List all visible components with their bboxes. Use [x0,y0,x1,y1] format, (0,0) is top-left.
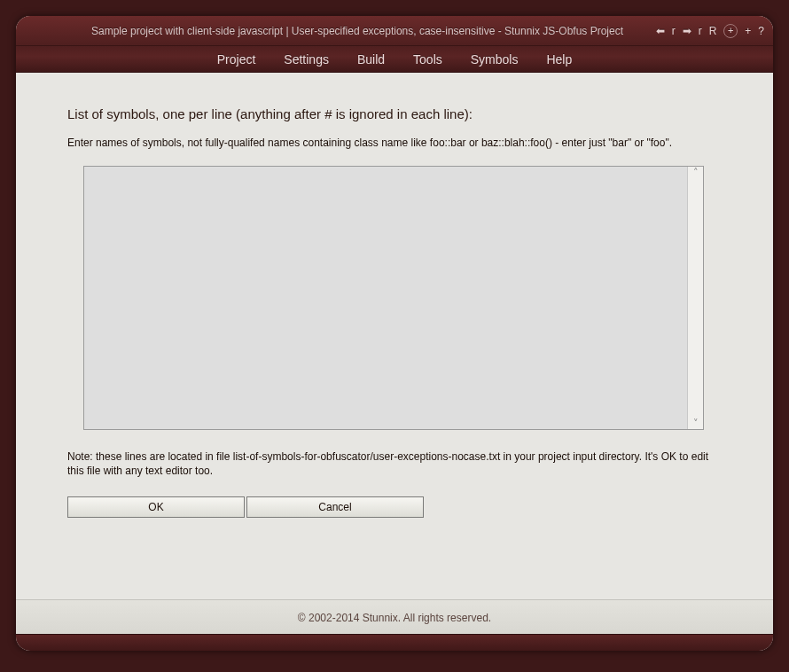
cancel-button[interactable]: Cancel [246,496,424,518]
add-icon[interactable]: + [745,25,751,37]
window-title: Sample project with client-side javascri… [91,25,623,37]
button-row: OK Cancel [67,496,722,518]
menu-project[interactable]: Project [203,47,270,72]
nav-forward-icon[interactable]: ➡ [683,25,691,37]
menu-help[interactable]: Help [532,47,586,72]
footer-text: © 2002-2014 Stunnix. All rights reserved… [298,612,491,624]
content-area: List of symbols, one per line (anything … [16,73,773,599]
help-icon[interactable]: ? [758,25,764,37]
symbols-textarea-wrap: ˄ ˅ [83,166,704,430]
footer: © 2002-2014 Stunnix. All rights reserved… [16,599,773,635]
menu-tools[interactable]: Tools [399,47,457,72]
ok-button[interactable]: OK [67,496,245,518]
note-text: Note: these lines are located in file li… [67,449,722,478]
menu-symbols[interactable]: Symbols [457,47,533,72]
menu-build[interactable]: Build [343,47,399,72]
scroll-up-icon[interactable]: ˄ [693,167,699,178]
scrollbar[interactable]: ˄ ˅ [687,167,703,429]
title-toolbar: ⬅ r ➡ r R + + ? [656,24,764,38]
title-bar: Sample project with client-side javascri… [16,16,773,46]
reload-icon[interactable]: R [709,25,717,37]
page-heading: List of symbols, one per line (anything … [67,106,722,121]
menu-settings[interactable]: Settings [270,47,343,72]
instructions-text: Enter names of symbols, not fully-qualif… [67,136,722,150]
nav-back-icon[interactable]: ⬅ [656,25,665,37]
add-round-icon[interactable]: + [723,24,738,38]
nav-r2-icon[interactable]: r [699,25,702,37]
app-window: Sample project with client-side javascri… [16,16,773,651]
symbols-textarea[interactable] [84,167,687,429]
scroll-down-icon[interactable]: ˅ [693,418,699,429]
nav-r1-icon[interactable]: r [672,25,676,37]
menu-bar: Project Settings Build Tools Symbols Hel… [16,46,773,73]
